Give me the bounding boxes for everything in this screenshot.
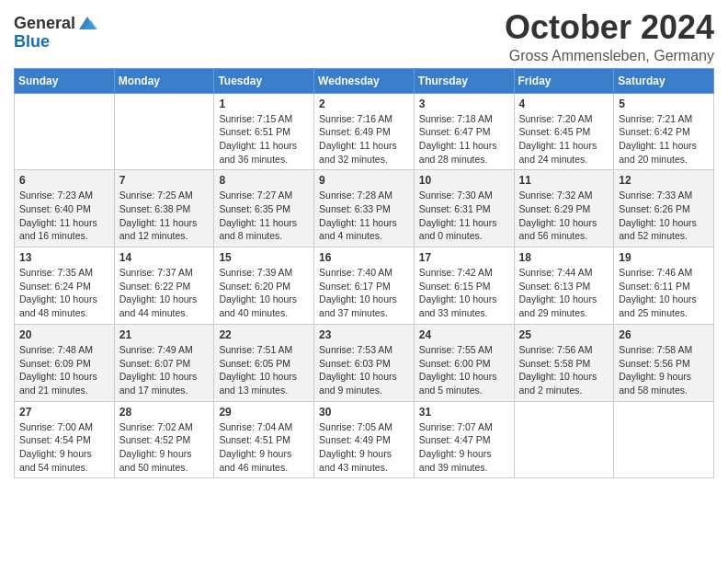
day-cell-3-2: 14Sunrise: 7:37 AM Sunset: 6:22 PM Dayli…: [114, 247, 214, 325]
day-info: Sunrise: 7:25 AM Sunset: 6:38 PM Dayligh…: [119, 189, 210, 243]
day-number: 4: [519, 98, 609, 110]
day-cell-5-1: 27Sunrise: 7:00 AM Sunset: 4:54 PM Dayli…: [15, 401, 115, 478]
day-info: Sunrise: 7:20 AM Sunset: 6:45 PM Dayligh…: [519, 112, 609, 167]
day-number: 26: [619, 328, 709, 341]
day-info: Sunrise: 7:07 AM Sunset: 4:47 PM Dayligh…: [419, 420, 509, 475]
logo-general: General: [14, 15, 75, 33]
day-cell-1-4: 2Sunrise: 7:16 AM Sunset: 6:49 PM Daylig…: [314, 93, 415, 170]
day-info: Sunrise: 7:42 AM Sunset: 6:15 PM Dayligh…: [419, 266, 509, 320]
day-cell-2-1: 6Sunrise: 7:23 AM Sunset: 6:40 PM Daylig…: [15, 170, 115, 247]
day-info: Sunrise: 7:56 AM Sunset: 5:58 PM Dayligh…: [519, 343, 609, 397]
day-number: 7: [119, 174, 210, 187]
day-header-sunday: Sunday: [15, 68, 115, 93]
day-number: 8: [219, 174, 309, 187]
day-number: 18: [519, 251, 609, 264]
day-cell-5-6: [514, 401, 614, 478]
day-number: 20: [19, 328, 109, 341]
day-info: Sunrise: 7:28 AM Sunset: 6:33 PM Dayligh…: [319, 189, 409, 243]
day-header-tuesday: Tuesday: [214, 68, 314, 93]
location-title: Gross Ammensleben, Germany: [505, 48, 714, 64]
day-header-wednesday: Wednesday: [314, 68, 415, 93]
day-cell-2-4: 9Sunrise: 7:28 AM Sunset: 6:33 PM Daylig…: [314, 170, 415, 247]
day-number: 16: [319, 251, 409, 264]
day-header-friday: Friday: [514, 68, 614, 93]
day-info: Sunrise: 7:16 AM Sunset: 6:49 PM Dayligh…: [319, 112, 409, 167]
day-cell-4-7: 26Sunrise: 7:58 AM Sunset: 5:56 PM Dayli…: [614, 324, 714, 401]
day-info: Sunrise: 7:40 AM Sunset: 6:17 PM Dayligh…: [319, 266, 409, 320]
title-block: October 2024 Gross Ammensleben, Germany: [505, 9, 714, 64]
day-cell-3-7: 19Sunrise: 7:46 AM Sunset: 6:11 PM Dayli…: [614, 247, 714, 325]
day-cell-4-4: 23Sunrise: 7:53 AM Sunset: 6:03 PM Dayli…: [314, 324, 415, 401]
day-cell-5-5: 31Sunrise: 7:07 AM Sunset: 4:47 PM Dayli…: [414, 401, 514, 478]
day-info: Sunrise: 7:53 AM Sunset: 6:03 PM Dayligh…: [319, 343, 409, 397]
day-cell-2-3: 8Sunrise: 7:27 AM Sunset: 6:35 PM Daylig…: [214, 170, 314, 247]
day-cell-2-5: 10Sunrise: 7:30 AM Sunset: 6:31 PM Dayli…: [414, 170, 514, 247]
day-number: 3: [419, 98, 509, 110]
day-number: 21: [119, 328, 210, 341]
day-cell-3-1: 13Sunrise: 7:35 AM Sunset: 6:24 PM Dayli…: [15, 247, 115, 325]
day-cell-5-2: 28Sunrise: 7:02 AM Sunset: 4:52 PM Dayli…: [114, 401, 214, 478]
day-cell-4-3: 22Sunrise: 7:51 AM Sunset: 6:05 PM Dayli…: [214, 324, 314, 401]
day-cell-1-6: 4Sunrise: 7:20 AM Sunset: 6:45 PM Daylig…: [514, 93, 614, 170]
day-cell-3-6: 18Sunrise: 7:44 AM Sunset: 6:13 PM Dayli…: [514, 247, 614, 325]
day-info: Sunrise: 7:30 AM Sunset: 6:31 PM Dayligh…: [419, 189, 509, 243]
day-number: 23: [319, 328, 409, 341]
day-info: Sunrise: 7:05 AM Sunset: 4:49 PM Dayligh…: [319, 420, 409, 475]
day-info: Sunrise: 7:49 AM Sunset: 6:07 PM Dayligh…: [119, 343, 210, 397]
day-info: Sunrise: 7:58 AM Sunset: 5:56 PM Dayligh…: [619, 343, 709, 397]
calendar-container: General Blue October 2024 Gross Ammensle…: [0, 0, 728, 492]
day-cell-1-1: [15, 93, 115, 170]
logo-blue: Blue: [14, 32, 50, 51]
week-row-1: 1Sunrise: 7:15 AM Sunset: 6:51 PM Daylig…: [15, 93, 714, 170]
day-number: 25: [519, 328, 609, 341]
day-number: 22: [219, 328, 309, 341]
day-number: 13: [19, 251, 109, 264]
day-info: Sunrise: 7:27 AM Sunset: 6:35 PM Dayligh…: [219, 189, 309, 243]
day-cell-2-2: 7Sunrise: 7:25 AM Sunset: 6:38 PM Daylig…: [114, 170, 214, 247]
day-number: 2: [319, 98, 409, 110]
day-number: 15: [219, 251, 309, 264]
day-number: 12: [619, 174, 709, 187]
header-row: General Blue October 2024 Gross Ammensle…: [14, 9, 714, 64]
day-cell-2-6: 11Sunrise: 7:32 AM Sunset: 6:29 PM Dayli…: [514, 170, 614, 247]
day-number: 6: [19, 174, 109, 187]
day-info: Sunrise: 7:18 AM Sunset: 6:47 PM Dayligh…: [419, 112, 509, 167]
calendar-table: SundayMondayTuesdayWednesdayThursdayFrid…: [14, 68, 714, 479]
day-info: Sunrise: 7:00 AM Sunset: 4:54 PM Dayligh…: [19, 420, 109, 475]
day-number: 31: [419, 406, 509, 419]
day-number: 19: [619, 251, 709, 264]
month-title: October 2024: [505, 9, 714, 46]
day-info: Sunrise: 7:46 AM Sunset: 6:11 PM Dayligh…: [619, 266, 709, 320]
week-row-2: 6Sunrise: 7:23 AM Sunset: 6:40 PM Daylig…: [15, 170, 714, 247]
day-number: 10: [419, 174, 509, 187]
day-cell-1-3: 1Sunrise: 7:15 AM Sunset: 6:51 PM Daylig…: [214, 93, 314, 170]
day-info: Sunrise: 7:15 AM Sunset: 6:51 PM Dayligh…: [219, 112, 309, 167]
week-row-3: 13Sunrise: 7:35 AM Sunset: 6:24 PM Dayli…: [15, 247, 714, 325]
day-cell-1-7: 5Sunrise: 7:21 AM Sunset: 6:42 PM Daylig…: [614, 93, 714, 170]
week-row-4: 20Sunrise: 7:48 AM Sunset: 6:09 PM Dayli…: [15, 324, 714, 401]
day-number: 14: [119, 251, 210, 264]
day-number: 24: [419, 328, 509, 341]
day-info: Sunrise: 7:23 AM Sunset: 6:40 PM Dayligh…: [19, 189, 109, 243]
day-number: 27: [19, 406, 109, 419]
week-row-5: 27Sunrise: 7:00 AM Sunset: 4:54 PM Dayli…: [15, 401, 714, 478]
day-info: Sunrise: 7:04 AM Sunset: 4:51 PM Dayligh…: [219, 420, 309, 475]
day-cell-4-1: 20Sunrise: 7:48 AM Sunset: 6:09 PM Dayli…: [15, 324, 115, 401]
day-cell-4-5: 24Sunrise: 7:55 AM Sunset: 6:00 PM Dayli…: [414, 324, 514, 401]
day-cell-5-4: 30Sunrise: 7:05 AM Sunset: 4:49 PM Dayli…: [314, 401, 415, 478]
day-info: Sunrise: 7:02 AM Sunset: 4:52 PM Dayligh…: [119, 420, 210, 475]
day-number: 28: [119, 406, 210, 419]
logo-icon: [77, 13, 97, 33]
day-number: 30: [319, 406, 409, 419]
day-info: Sunrise: 7:35 AM Sunset: 6:24 PM Dayligh…: [19, 266, 109, 320]
day-number: 11: [519, 174, 609, 187]
day-info: Sunrise: 7:21 AM Sunset: 6:42 PM Dayligh…: [619, 112, 709, 167]
day-info: Sunrise: 7:37 AM Sunset: 6:22 PM Dayligh…: [119, 266, 210, 320]
day-cell-1-2: [114, 93, 214, 170]
day-cell-4-2: 21Sunrise: 7:49 AM Sunset: 6:07 PM Dayli…: [114, 324, 214, 401]
day-header-thursday: Thursday: [414, 68, 514, 93]
day-number: 17: [419, 251, 509, 264]
logo: General Blue: [14, 15, 97, 52]
day-info: Sunrise: 7:33 AM Sunset: 6:26 PM Dayligh…: [619, 189, 709, 243]
day-info: Sunrise: 7:32 AM Sunset: 6:29 PM Dayligh…: [519, 189, 609, 243]
